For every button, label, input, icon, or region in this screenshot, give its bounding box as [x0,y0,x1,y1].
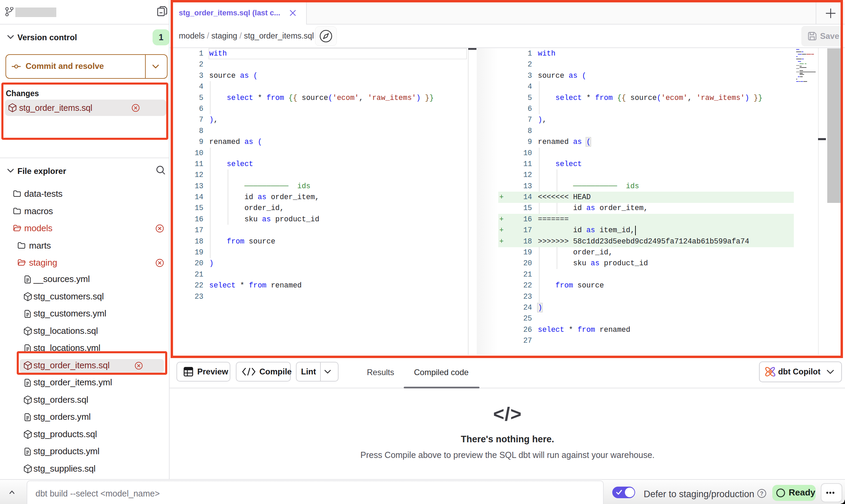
svg-text:?: ? [760,491,763,496]
